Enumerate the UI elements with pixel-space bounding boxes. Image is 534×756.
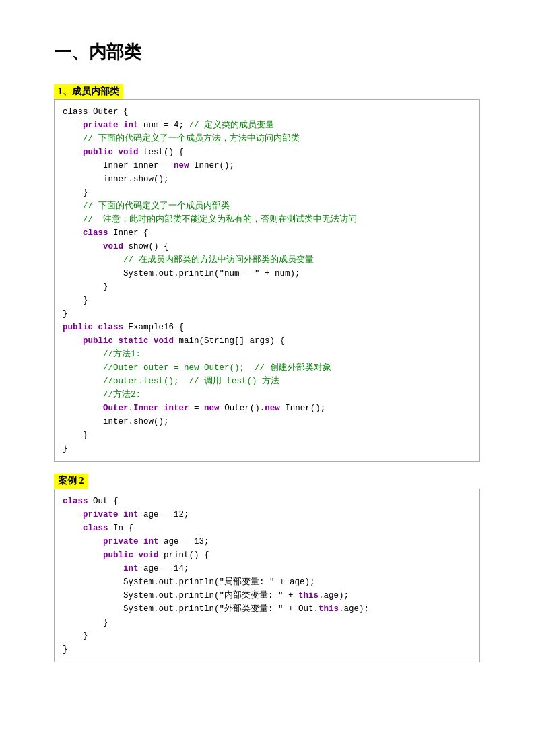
section1-code: class Outer { private int num = 4; // 定义… — [54, 99, 480, 462]
section2-code: class Out { private int age = 12; class … — [54, 489, 480, 662]
section1-block: 1、成员内部类 class Outer { private int num = … — [54, 84, 480, 462]
section2-block: 案例 2 class Out { private int age = 12; c… — [54, 474, 480, 662]
section1-header: 1、成员内部类 — [54, 84, 480, 99]
main-title: 一、内部类 — [54, 40, 480, 64]
section1-header-label: 1、成员内部类 — [54, 84, 123, 99]
section2-header: 案例 2 — [54, 474, 480, 489]
section2-header-label: 案例 2 — [54, 474, 88, 489]
